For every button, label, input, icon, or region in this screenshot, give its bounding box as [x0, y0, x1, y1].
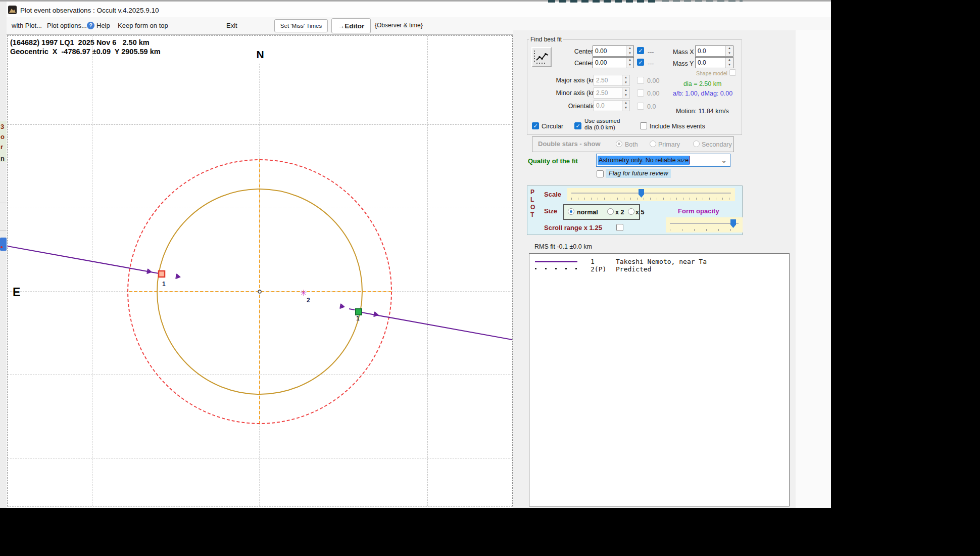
shape-model-checkbox[interactable] — [729, 69, 736, 76]
spin-up-icon[interactable]: ▲ — [622, 101, 629, 106]
observation-name: Takeshi Nemoto, near Ta — [616, 258, 707, 265]
menu-help[interactable]: Help — [96, 22, 110, 29]
scroll-range-checkbox[interactable] — [616, 224, 623, 231]
major-axis-aux: 0.00 — [647, 77, 659, 84]
spin-up-icon[interactable]: ▲ — [622, 75, 629, 80]
scale-slider[interactable] — [567, 188, 735, 201]
spin-down-icon[interactable]: ▼ — [622, 80, 629, 85]
menu-keep-form-on-top[interactable]: Keep form on top — [118, 22, 168, 29]
plot-letter-p: P — [530, 189, 534, 196]
mass-x-spinner[interactable]: ▲▼ — [725, 46, 733, 56]
observer-time-label[interactable]: {Observer & time} — [375, 22, 423, 29]
plot-letter-o: O — [530, 204, 535, 211]
error-bar-arrow-icon — [373, 312, 379, 318]
title-bar[interactable]: Plot event observations : Occult v.4.202… — [0, 2, 831, 17]
minor-axis-spinner[interactable]: ▲▼ — [622, 88, 629, 98]
mass-y-input[interactable]: 0.0 ▲▼ — [695, 57, 733, 68]
major-axis-checkbox[interactable] — [637, 77, 644, 84]
use-assumed-checkbox[interactable]: ✓ — [574, 122, 581, 129]
spin-down-icon[interactable]: ▼ — [622, 93, 629, 98]
ab-dmag-readout: a/b: 1.00, dMag: 0.00 — [673, 90, 732, 97]
orientation-input[interactable]: 0.0 ▲▼ — [594, 100, 630, 111]
observation-name: Predicted — [616, 265, 651, 273]
spin-down-icon[interactable]: ▼ — [622, 106, 629, 111]
reappearance-marker[interactable] — [356, 309, 362, 315]
error-bar-arrow-icon — [339, 304, 346, 310]
center-y-checkbox[interactable]: ✓ — [637, 59, 644, 66]
chord1-ingress-line — [8, 246, 162, 274]
observations-list[interactable]: 1 Takeshi Nemoto, near Ta 2(P) Predicted — [529, 253, 790, 506]
form-opacity-slider[interactable] — [666, 217, 743, 233]
center-y-value: 0.00 — [595, 59, 607, 66]
menu-with-plot[interactable]: with Plot... — [12, 22, 42, 29]
spin-down-icon[interactable]: ▼ — [626, 51, 633, 56]
size-x2-radio[interactable] — [607, 208, 614, 215]
text-caret — [690, 156, 690, 164]
mass-y-label: Mass Y — [673, 60, 694, 67]
double-stars-label: Double stars - show — [538, 140, 601, 148]
geocentric-coords: Geocentric X -4786.97 ±0.09 Y 2905.59 km — [10, 48, 161, 56]
help-icon[interactable]: ? — [87, 22, 94, 29]
observation-number: 1 — [591, 258, 595, 265]
center-y-dash: --- — [648, 60, 654, 67]
size-normal-radio[interactable] — [568, 208, 574, 215]
orientation-checkbox[interactable] — [637, 103, 644, 110]
chevron-down-icon[interactable]: ⌄ — [721, 156, 727, 164]
orientation-value: 0.0 — [596, 102, 605, 109]
fit-chart-button[interactable] — [531, 47, 552, 67]
mass-y-value: 0.0 — [698, 59, 706, 66]
major-axis-input[interactable]: 2.50 ▲▼ — [594, 75, 630, 86]
scale-label: Scale — [544, 191, 561, 198]
center-x-checkbox[interactable]: ✓ — [637, 47, 644, 54]
major-axis-spinner[interactable]: ▲▼ — [622, 75, 629, 85]
use-assumed-label: Use assumed dia (0.0 km) — [584, 118, 620, 131]
disappearance-marker[interactable] — [159, 271, 165, 277]
spin-up-icon[interactable]: ▲ — [726, 46, 733, 51]
use-assumed-line2: dia (0.0 km) — [584, 124, 620, 131]
set-miss-times-button[interactable]: Set 'Miss' Times — [274, 19, 328, 32]
slider-ticks — [670, 229, 739, 231]
spin-up-icon[interactable]: ▲ — [626, 58, 633, 63]
major-axis-value: 2.50 — [596, 77, 608, 84]
minor-axis-input[interactable]: 2.50 ▲▼ — [594, 87, 630, 99]
fragment-text: n — [1, 155, 5, 162]
spin-up-icon[interactable]: ▲ — [726, 58, 733, 63]
app-icon — [8, 6, 17, 14]
center-y-spinner[interactable]: ▲▼ — [626, 58, 633, 68]
form-opacity-label: Form opacity — [678, 207, 719, 215]
spin-up-icon[interactable]: ▲ — [626, 46, 633, 51]
legend-line-dotted — [535, 268, 577, 269]
menu-plot-options[interactable]: Plot options... — [47, 22, 87, 29]
orientation-aux: 0.0 — [647, 103, 656, 110]
slider-track[interactable] — [571, 193, 731, 194]
radio-secondary[interactable] — [693, 141, 700, 147]
mass-y-spinner[interactable]: ▲▼ — [725, 58, 733, 68]
editor-button[interactable]: →Editor — [331, 18, 371, 33]
flag-review-checkbox[interactable] — [597, 170, 604, 177]
orientation-spinner[interactable]: ▲▼ — [622, 101, 629, 111]
dia-readout: dia = 2.50 km — [683, 80, 721, 87]
center-x-spinner[interactable]: ▲▼ — [626, 46, 633, 56]
radio-primary[interactable] — [650, 141, 656, 147]
minor-axis-checkbox[interactable] — [637, 89, 644, 97]
menu-exit[interactable]: Exit — [226, 22, 237, 29]
include-miss-checkbox[interactable] — [640, 122, 647, 129]
radio-both[interactable] — [616, 141, 622, 147]
spin-up-icon[interactable]: ▲ — [622, 88, 629, 93]
fragment-text: o — [1, 133, 5, 141]
center-x-input[interactable]: 0.00 ▲▼ — [593, 45, 634, 57]
size-x5-radio[interactable] — [628, 208, 634, 215]
spin-down-icon[interactable]: ▼ — [626, 63, 633, 68]
center-y-input[interactable]: 0.00 ▲▼ — [593, 57, 634, 68]
background-window-sliver: 3 o r n — [0, 2, 7, 508]
spin-down-icon[interactable]: ▼ — [726, 51, 733, 56]
circular-checkbox[interactable]: ✓ — [532, 122, 539, 129]
fragment-text: r — [1, 143, 3, 151]
quality-combobox[interactable]: Astrometry only. No reliable size ⌄ — [596, 154, 730, 167]
spin-down-icon[interactable]: ▼ — [726, 63, 733, 68]
plot-canvas[interactable]: 1 1 ✳ 2 (164682) 1997 LQ1 2025 Nov 6 2.5… — [7, 35, 513, 506]
mass-x-input[interactable]: 0.0 ▲▼ — [695, 45, 733, 57]
slider-thumb[interactable] — [639, 189, 644, 198]
slider-thumb[interactable] — [730, 219, 736, 228]
slider-track[interactable] — [670, 223, 739, 224]
